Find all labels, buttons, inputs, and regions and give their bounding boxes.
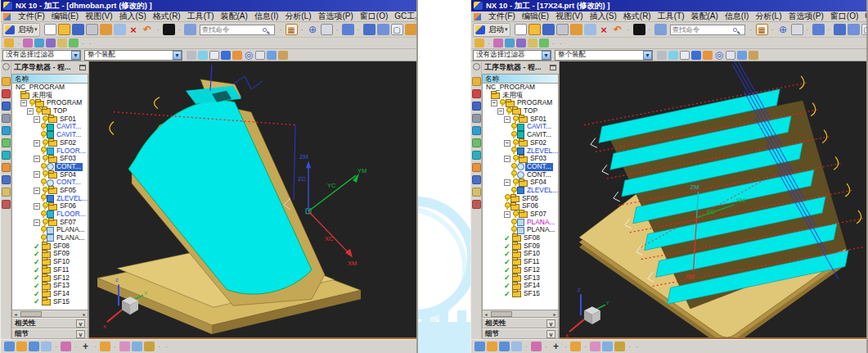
history-icon[interactable] xyxy=(2,163,11,172)
titlebar[interactable]: NX 10 - 加工 - [dhmoban.prt (修改的) ] xyxy=(1,0,416,11)
resource-options-icon[interactable] xyxy=(473,63,480,70)
search-input[interactable] xyxy=(202,25,263,34)
shaded-wcs-view-icon[interactable] xyxy=(812,24,825,35)
expander-icon[interactable]: − xyxy=(34,156,40,162)
reuse-library-icon[interactable] xyxy=(2,114,11,123)
window-layout-icon[interactable]: ▦ xyxy=(286,24,298,35)
interpart-select-icon[interactable] xyxy=(16,342,27,351)
sequence-icon[interactable] xyxy=(539,38,549,48)
face-analysis-icon[interactable] xyxy=(405,24,416,35)
snap-scope-icon[interactable] xyxy=(657,51,667,60)
tree-item[interactable]: ✓SF13 xyxy=(483,274,558,283)
component-select-icon[interactable] xyxy=(29,342,39,351)
tree-item[interactable]: ✓SF12 xyxy=(483,266,558,274)
selection-filter-icon[interactable] xyxy=(474,342,485,351)
tree-item[interactable]: PLANA... xyxy=(483,226,558,234)
scroll-right-icon[interactable]: ▸ xyxy=(551,311,558,317)
cut-icon[interactable] xyxy=(100,24,112,35)
web-browser-icon[interactable] xyxy=(472,151,481,160)
menu-item[interactable]: 格式(R) xyxy=(620,11,654,22)
horizontal-scrollbar[interactable]: ◂▸ xyxy=(482,310,559,318)
shaded-wcs-view-icon[interactable] xyxy=(342,24,354,35)
expander-icon[interactable]: − xyxy=(504,116,510,123)
zoom-view-icon[interactable]: ⊕ xyxy=(307,24,319,35)
tree-item[interactable]: ✓SF11 xyxy=(12,266,88,274)
search-icon[interactable] xyxy=(263,28,267,32)
solid-select-icon[interactable] xyxy=(278,51,288,60)
table-select-icon[interactable] xyxy=(41,342,52,351)
show-hide-icon[interactable] xyxy=(654,24,667,35)
expander-icon[interactable]: − xyxy=(504,211,510,218)
details-bar[interactable]: 细节v xyxy=(482,328,559,339)
system-scene-icon[interactable] xyxy=(2,200,11,209)
expander-icon[interactable]: − xyxy=(504,179,510,186)
tree-item[interactable]: ✓SF12 xyxy=(12,274,88,283)
tree-column-header[interactable]: 名称 xyxy=(11,74,88,84)
tree-item[interactable]: ✓SF15 xyxy=(12,298,88,306)
machining-wizard-icon[interactable] xyxy=(472,138,481,147)
selection-filter-dropdown[interactable]: 没有选择过滤器▼ xyxy=(473,50,551,61)
menu-item[interactable]: 信息(I) xyxy=(722,11,752,22)
delete-icon[interactable]: × xyxy=(598,24,610,35)
tree-item[interactable]: ZLEVEL... xyxy=(483,187,558,195)
menu-item[interactable]: 格式(R) xyxy=(150,11,184,22)
expander-icon[interactable]: − xyxy=(504,156,510,162)
selection-scope-dropdown[interactable]: 整个装配▼ xyxy=(84,50,182,61)
snap-point-gear-icon[interactable] xyxy=(61,342,71,351)
system-scene-icon[interactable] xyxy=(472,200,481,209)
menu-item[interactable]: 视图(V) xyxy=(82,11,115,22)
assembly-constraints-icon[interactable] xyxy=(505,38,515,48)
copy-icon[interactable] xyxy=(584,24,596,35)
table-select-icon[interactable] xyxy=(511,342,522,351)
tree-item[interactable]: PLANA... xyxy=(12,234,88,242)
expander-icon[interactable]: − xyxy=(34,188,40,194)
stamp-snap-icon[interactable] xyxy=(119,342,130,351)
delete-icon[interactable]: × xyxy=(128,24,140,35)
tree-item[interactable]: SF05 xyxy=(483,195,558,203)
cone-snap-icon[interactable] xyxy=(570,342,581,351)
scroll-thumb[interactable] xyxy=(491,311,512,317)
select-within-icon[interactable] xyxy=(198,51,208,60)
dart-up-icon[interactable] xyxy=(221,51,231,60)
general-select-icon[interactable]: ◎ xyxy=(714,51,724,60)
chevron-down-icon[interactable]: v xyxy=(76,319,85,328)
operation-navigator-icon[interactable] xyxy=(472,126,481,135)
save-icon[interactable] xyxy=(542,24,555,35)
shell-select-icon[interactable] xyxy=(737,51,747,60)
menu-item[interactable]: 信息(I) xyxy=(251,11,281,22)
shaded-view-icon[interactable] xyxy=(363,24,376,35)
partially-shaded-icon[interactable] xyxy=(848,24,860,35)
touch-icon[interactable] xyxy=(493,38,503,48)
chevron-down-icon[interactable]: v xyxy=(76,330,85,338)
graphics-viewport[interactable]: ZM ZC YM YC XC XM Z xyxy=(89,61,416,339)
tree-item[interactable]: ✓SF13 xyxy=(12,282,88,290)
web-browser-icon[interactable] xyxy=(2,151,11,160)
undock-icon[interactable] xyxy=(550,65,556,70)
point-plus-icon[interactable]: + xyxy=(551,342,561,351)
tree-item[interactable]: −PROGRAM xyxy=(483,99,558,107)
undo-icon[interactable]: ↶ xyxy=(142,24,154,35)
save-icon[interactable] xyxy=(72,24,84,35)
menu-item[interactable]: 窗口(O) xyxy=(357,11,391,22)
scroll-thumb[interactable] xyxy=(20,311,42,317)
tree-item[interactable]: ✓SF08 xyxy=(483,234,558,242)
object-display-swatch[interactable] xyxy=(163,24,175,35)
zoom-view-icon[interactable]: ⊕ xyxy=(777,24,789,35)
expander-icon[interactable]: − xyxy=(491,100,497,106)
history-icon[interactable] xyxy=(472,163,481,172)
selection-mode-icon[interactable] xyxy=(474,38,484,48)
cone-snap-icon[interactable] xyxy=(100,342,110,351)
constraint-navigator-icon[interactable] xyxy=(472,89,481,98)
selection-scope-dropdown[interactable]: 整个装配▼ xyxy=(555,50,653,61)
object-display-swatch[interactable] xyxy=(633,24,645,35)
tree-item[interactable]: ✓SF09 xyxy=(12,250,88,258)
new-file-icon[interactable] xyxy=(44,24,56,35)
chevron-down-icon[interactable]: v xyxy=(546,330,555,338)
graphics-viewport[interactable]: ZM YC YM XM Z Y X xyxy=(560,61,866,339)
window-layout-icon[interactable]: ▦ xyxy=(756,24,768,35)
menu-item[interactable]: 插入(S) xyxy=(115,11,149,22)
start-button[interactable]: 启动▾ xyxy=(473,23,510,37)
scroll-right-icon[interactable]: ▸ xyxy=(81,311,88,317)
expander-icon[interactable]: − xyxy=(497,108,504,115)
donut-snap-icon[interactable] xyxy=(144,342,155,351)
